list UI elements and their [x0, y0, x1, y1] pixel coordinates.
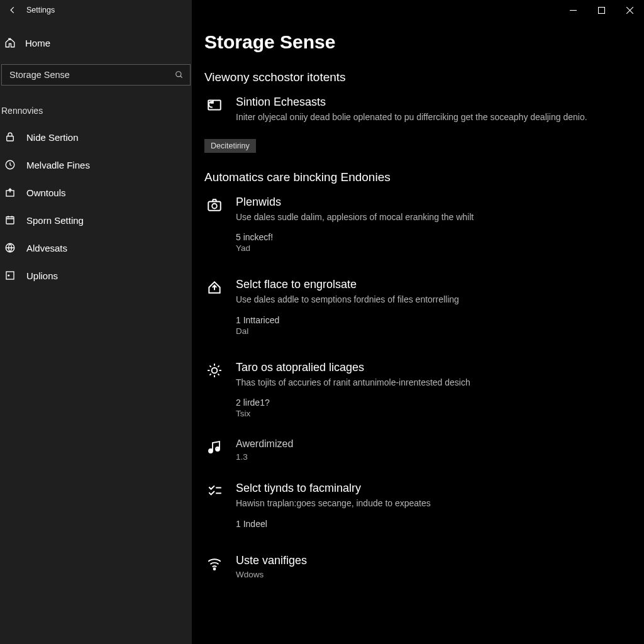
section-heading: Automatics care bincking Endonies — [204, 170, 644, 184]
sidebar-item-label: Owntouls — [26, 187, 66, 198]
clock-icon — [4, 158, 16, 171]
sidebar-item-0[interactable]: Nide Sertion — [0, 123, 192, 151]
checklist-icon — [204, 482, 225, 529]
refresh-box-icon — [204, 96, 225, 126]
setting-item[interactable]: Taro os atopralied licages Thas tojits o… — [204, 361, 644, 419]
item-desc: Thas tojits of accuries of ranit antunim… — [236, 377, 613, 389]
svg-rect-9 — [208, 201, 221, 210]
search-icon — [175, 70, 184, 79]
sidebar-item-4[interactable]: Aldvesats — [0, 234, 192, 262]
svg-rect-15 — [599, 7, 605, 13]
sidebar-item-label: Sporn Setting — [26, 215, 84, 226]
home-icon — [4, 36, 16, 49]
item-title: Uste vanifiges — [236, 554, 613, 567]
camera-icon — [204, 196, 225, 253]
sidebar-home[interactable]: Home — [0, 30, 192, 55]
item-meta: 1.3 — [236, 452, 613, 462]
item-title: Selct tiynds to facminalry — [236, 482, 613, 495]
svg-point-11 — [212, 367, 218, 373]
back-button[interactable] — [6, 4, 19, 16]
setting-item[interactable]: Uste vanifiges Wdows — [204, 554, 644, 579]
close-button[interactable] — [616, 0, 644, 20]
svg-rect-1 — [7, 136, 14, 142]
sidebar-item-label: Nide Sertion — [26, 132, 79, 143]
setting-item[interactable]: Selct flace to engrolsate Use dales addl… — [204, 278, 644, 336]
item-title: Taro os atopralied licages — [236, 361, 613, 374]
item-meta2: Yad — [236, 243, 613, 253]
item-meta: 5 inckecf! — [236, 232, 613, 242]
svg-point-14 — [214, 568, 216, 570]
item-desc: Use dales sudle dalim, applesiors of moc… — [236, 211, 613, 224]
item-meta: 1 Indeel — [236, 519, 613, 529]
item-meta2: Tsix — [236, 409, 613, 418]
section-heading: Viewony scchostor itotents — [204, 70, 644, 84]
wifi-icon — [204, 554, 225, 579]
svg-point-0 — [176, 72, 181, 77]
item-desc: Initer olyjecal oniiy dead bolie oplenat… — [236, 111, 613, 124]
titlebar: Settings — [0, 0, 644, 20]
house-up-icon — [204, 278, 225, 336]
search-input[interactable] — [2, 65, 190, 85]
square-dot-icon — [4, 269, 16, 282]
minimize-button[interactable] — [559, 0, 587, 20]
main-content: Storage Sense Viewony scchostor itotents… — [192, 0, 644, 644]
section1-item[interactable]: Sintion Echesasts Initer olyjecal oniiy … — [204, 96, 644, 126]
box-arrow-icon — [4, 186, 16, 199]
item-desc: Use dales addle to semptions fordnies of… — [236, 294, 613, 306]
item-meta2: Dal — [236, 326, 613, 336]
item-desc: Hawisn traplan:goes secange, indude to e… — [236, 497, 613, 510]
sidebar-item-3[interactable]: Sporn Setting — [0, 206, 192, 234]
window-title: Settings — [26, 6, 55, 14]
item-title: Sintion Echesasts — [236, 96, 613, 109]
item-desc: Wdows — [236, 570, 613, 579]
svg-rect-4 — [6, 217, 14, 224]
svg-point-7 — [8, 275, 9, 276]
item-title: Selct flace to engrolsate — [236, 278, 613, 291]
maximize-button[interactable] — [587, 0, 616, 20]
page-title: Storage Sense — [204, 31, 644, 53]
setting-item[interactable]: Selct tiynds to facminalry Hawisn trapla… — [204, 482, 644, 529]
setting-item[interactable]: Plenwids Use dales sudle dalim, applesio… — [204, 196, 644, 253]
sidebar-item-label: Uplions — [26, 270, 58, 281]
item-meta: 1 Inttariced — [236, 315, 613, 325]
sidebar: Home Rennovies Nide Sertion — [0, 0, 192, 644]
sidebar-item-label: Aldvesats — [26, 243, 67, 253]
sidebar-item-5[interactable]: Uplions — [0, 262, 192, 289]
setting-item[interactable]: Awerdimized 1.3 — [204, 438, 644, 462]
sidebar-home-label: Home — [25, 38, 50, 48]
gear-dots-icon — [204, 361, 225, 419]
item-title: Awerdimized — [236, 438, 613, 450]
sidebar-item-2[interactable]: Owntouls — [0, 179, 192, 206]
music-icon — [204, 438, 225, 462]
calendar-icon — [4, 214, 16, 226]
sidebar-nav: Nide Sertion Melvadle Fines Owntouls Spo… — [0, 118, 192, 289]
item-meta: 2 lirde1? — [236, 397, 613, 408]
svg-point-12 — [209, 450, 213, 453]
search-box[interactable] — [1, 64, 191, 86]
svg-point-13 — [216, 448, 219, 451]
sidebar-item-1[interactable]: Melvadle Fines — [0, 151, 192, 179]
svg-point-10 — [212, 203, 217, 208]
lock-icon — [4, 131, 16, 143]
item-title: Plenwids — [236, 196, 613, 209]
section1-button[interactable]: Decitetiriny — [204, 139, 256, 153]
sidebar-item-label: Melvadle Fines — [26, 160, 90, 170]
svg-rect-6 — [6, 272, 14, 279]
globe-icon — [4, 242, 16, 254]
sidebar-group-label: Rennovies — [0, 91, 192, 118]
